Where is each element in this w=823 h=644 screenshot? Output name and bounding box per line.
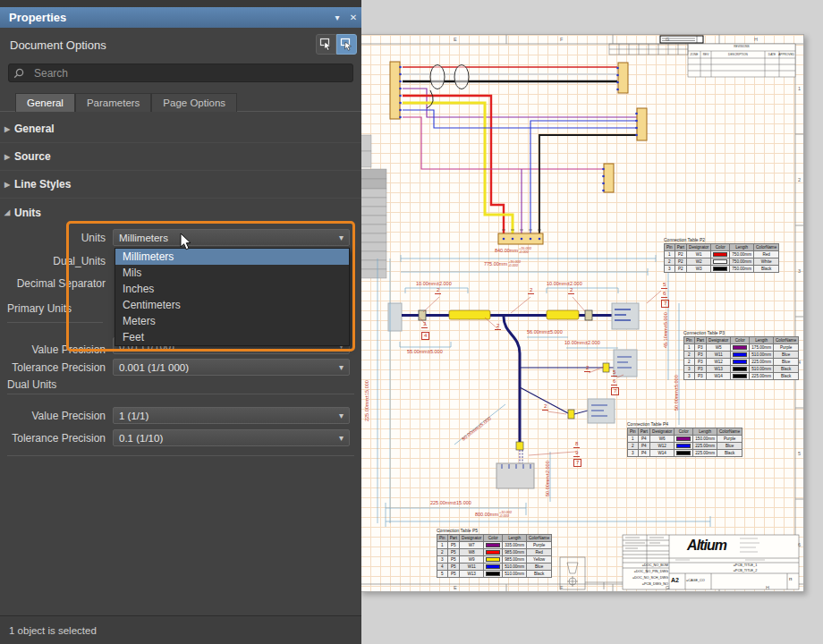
connection-table: PinPartDesignatorColorLengthColorName1P4… <box>627 428 742 457</box>
connector-p2 <box>616 63 628 93</box>
connector-p3 <box>635 108 647 140</box>
section-general[interactable]: General <box>0 115 361 143</box>
color-swatch <box>733 360 747 364</box>
chevron-expanded-icon <box>0 208 14 216</box>
color-swatch <box>733 367 747 371</box>
color-swatch <box>713 267 727 271</box>
chevron-right-icon <box>0 153 14 161</box>
section-line-styles[interactable]: Line Styles <box>0 171 361 199</box>
table-row: 3P5W9985.00mmYellow <box>437 556 552 564</box>
dropdown-option-millimeters[interactable]: Millimeters <box>115 249 349 265</box>
status-bar: 1 object is selected <box>0 615 361 644</box>
divider <box>7 455 354 456</box>
harness-trunk <box>388 303 639 488</box>
stamp-box <box>660 36 703 43</box>
search-placeholder: Search <box>34 67 68 80</box>
selection-filter-active-button[interactable] <box>336 34 357 55</box>
table-row: 2P3W11510.00mmBlue <box>684 352 799 359</box>
connector-top-mid <box>498 230 543 244</box>
table-row: 2P3W12225.00mmBlue <box>684 359 799 366</box>
selection-cursor-icon <box>340 38 353 51</box>
color-swatch <box>733 352 747 357</box>
chevron-right-icon <box>0 181 14 189</box>
chevron-right-icon <box>0 125 14 133</box>
cutoff-table <box>361 135 386 278</box>
table-row: 1P2W1750.00mmRed <box>665 251 779 258</box>
dropdown-option-meters[interactable]: Meters <box>115 313 349 329</box>
units-label: Units <box>0 232 106 244</box>
dual-tolerance-precision-dropdown[interactable]: 0.1 (1/10) <box>113 429 350 446</box>
table-row: 4P5W11510.00mmBlue <box>437 564 552 571</box>
dual-units-header: Dual Units <box>7 378 56 391</box>
color-swatch <box>486 543 500 547</box>
harness-drawing <box>361 35 804 592</box>
dropdown-option-centimeters[interactable]: Centimeters <box>115 297 349 313</box>
top-wires <box>403 65 637 234</box>
table-row: 1P4W6150.00mmPurple <box>628 436 742 443</box>
dual-tolerance-precision-label: Tolerance Precision <box>0 432 106 445</box>
dimension-lines <box>378 255 710 527</box>
status-text: 1 object is selected <box>9 625 97 636</box>
dual-tolerance-precision-row: Tolerance Precision 0.1 (1/10) <box>0 429 361 446</box>
connection-table-p2: Connection Table P2 PinPartDesignatorCol… <box>664 237 779 273</box>
table-title: Connection Table P5 <box>437 528 552 533</box>
revision-table-grid <box>609 44 795 77</box>
connection-table-p4: Connection Table P4 PinPartDesignatorCol… <box>627 421 742 457</box>
dual-units-label: Dual_Units <box>0 255 106 267</box>
divider <box>7 394 354 394</box>
color-swatch <box>676 451 691 455</box>
tolerance-precision-row: Tolerance Precision 0.001 (1/1 000) <box>0 359 361 376</box>
connection-table: PinPartDesignatorColorLengthColorName1P2… <box>664 243 779 273</box>
decimal-separator-label: Decimal Separator <box>0 277 106 290</box>
dropdown-option-mils[interactable]: Mils <box>115 265 349 281</box>
connection-table: PinPartDesignatorColorLengthColorName1P3… <box>683 336 799 380</box>
dual-value-precision-row: Value Precision 1 (1/1) <box>0 407 361 424</box>
color-swatch <box>486 572 500 576</box>
table-row: 2P4W12225.00mmBlue <box>628 443 742 450</box>
altium-window: { "panel": { "title": "Properties", "win… <box>0 0 823 644</box>
table-row: 2P2W2750.00mmWhite <box>665 258 779 266</box>
table-row: 1P5W7335.00mmPurple <box>437 542 552 549</box>
tab-parameters[interactable]: Parameters <box>75 93 151 112</box>
tolerance-precision-label: Tolerance Precision <box>0 361 106 374</box>
properties-panel: Properties ▾ ✕ Document Options <box>0 0 361 644</box>
tolerance-precision-dropdown[interactable]: 0.001 (1/1 000) <box>113 359 350 376</box>
tab-page-options[interactable]: Page Options <box>151 93 237 112</box>
section-source[interactable]: Source <box>0 143 361 171</box>
connector-p4 <box>602 164 614 192</box>
search-input[interactable]: Search <box>8 64 353 82</box>
table-row: 2P5W8985.00mmRed <box>437 549 552 556</box>
tab-general[interactable]: General <box>15 93 75 112</box>
color-swatch <box>486 564 500 569</box>
color-swatch <box>676 436 691 441</box>
color-swatch <box>713 259 727 264</box>
table-row: 3P3W14225.00mmBlack <box>684 373 799 380</box>
units-dropdown[interactable]: Millimeters <box>113 229 350 246</box>
dual-value-precision-label: Value Precision <box>0 410 106 422</box>
dropdown-option-inches[interactable]: Inches <box>115 281 349 297</box>
connection-table-p3: Connection Table P3 PinPartDesignatorCol… <box>683 330 799 380</box>
panel-close-icon[interactable]: ✕ <box>345 13 361 22</box>
connector-p1 <box>390 62 402 119</box>
panel-collapse-icon[interactable]: ▾ <box>329 13 345 22</box>
dropdown-option-feet[interactable]: Feet <box>115 329 349 345</box>
color-swatch <box>733 374 747 378</box>
selection-filter-icon <box>319 38 333 51</box>
tab-bar: General Parameters Page Options <box>0 93 361 112</box>
selection-filter-button[interactable] <box>316 34 336 55</box>
search-icon <box>9 67 29 80</box>
panel-titlebar: Properties ▾ ✕ <box>0 7 361 28</box>
panel-header: Document Options <box>0 28 361 60</box>
panel-title: Properties <box>9 11 329 24</box>
color-swatch <box>733 345 747 350</box>
table-row: 3P2W3750.00mmBlack <box>665 266 779 273</box>
connection-table-p5: Connection Table P5 PinPartDesignatorCol… <box>437 528 552 578</box>
color-swatch <box>486 557 500 562</box>
sheet-border <box>361 35 804 592</box>
schematic-canvas[interactable]: E F G H E F G H 1 2 3 4 5 6 REVISIONS ZO… <box>360 34 804 592</box>
units-row: Units Millimeters <box>0 229 361 246</box>
section-units[interactable]: Units <box>0 199 361 226</box>
color-swatch <box>486 550 500 555</box>
dual-value-precision-dropdown[interactable]: 1 (1/1) <box>113 407 350 424</box>
divider <box>7 322 103 323</box>
